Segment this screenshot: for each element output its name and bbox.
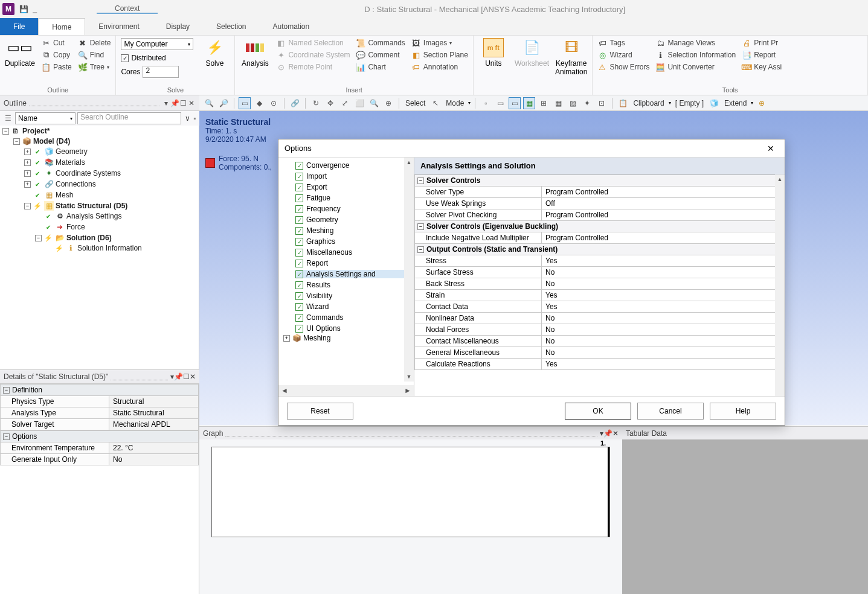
tabular-panel[interactable]: [622, 439, 868, 594]
close-icon[interactable]: ✕: [187, 99, 196, 107]
tree-materials[interactable]: Materials: [56, 158, 85, 167]
collapse-icon[interactable]: −: [417, 223, 424, 230]
options-tree-item[interactable]: ✓Miscellaneous: [295, 248, 414, 257]
vertical-scrollbar[interactable]: ▲: [775, 174, 785, 396]
outline-search-dropdown-icon[interactable]: ∨: [183, 113, 191, 124]
expand-icon[interactable]: +: [24, 170, 31, 177]
options-tree-item[interactable]: ✓Wizard: [295, 302, 414, 311]
options-value[interactable]: No: [542, 336, 784, 346]
pin-icon[interactable]: 📌: [603, 429, 612, 438]
tree-project[interactable]: Project*: [22, 127, 50, 135]
options-row[interactable]: General MiscellaneousNo: [414, 347, 785, 359]
maximize-icon[interactable]: ☐: [183, 372, 190, 381]
environment-tab[interactable]: Environment: [85, 18, 152, 35]
scroll-up-icon[interactable]: ▲: [404, 158, 414, 167]
options-tree-item[interactable]: ✓Results: [295, 281, 414, 289]
compute-target-combo[interactable]: My Computer▾: [121, 38, 193, 50]
automation-tab[interactable]: Automation: [259, 18, 323, 35]
chart-button[interactable]: 📊Chart: [356, 62, 405, 72]
details-row[interactable]: Environment Temperature22. °C: [0, 442, 199, 454]
options-tree-group-meshing[interactable]: +📦Meshing: [278, 334, 414, 342]
cores-value[interactable]: 2: [143, 66, 179, 78]
mode-label[interactable]: Mode: [444, 99, 466, 107]
details-value[interactable]: Static Structural: [109, 407, 198, 418]
zoom-icon[interactable]: 🔍: [368, 97, 380, 109]
details-value[interactable]: Mechanical APDL: [109, 419, 198, 430]
section-plane-button[interactable]: ◧Section Plane: [411, 50, 468, 60]
file-tab[interactable]: File: [0, 18, 38, 35]
options-value[interactable]: Program Controlled: [542, 232, 784, 243]
clipboard-label[interactable]: Clipboard: [631, 99, 666, 107]
options-tree-item[interactable]: ✓Report: [295, 259, 414, 267]
collapse-icon[interactable]: −: [3, 387, 10, 394]
options-value[interactable]: No: [542, 324, 784, 335]
home-tab[interactable]: Home: [38, 18, 85, 35]
options-tree-item[interactable]: ✓UI Options: [295, 324, 414, 333]
sf-coord-icon[interactable]: ✦: [581, 97, 593, 109]
options-row[interactable]: StressYes: [414, 255, 785, 267]
options-value[interactable]: No: [542, 313, 784, 324]
clipboard-icon[interactable]: 📋: [617, 97, 629, 109]
sf-extra-icon[interactable]: ⊡: [596, 97, 608, 109]
paste-button[interactable]: 📋Paste: [41, 62, 72, 72]
outline-tree[interactable]: −🗎Project* −📦Model (D4) +🧊Geometry +📚Mat…: [0, 126, 199, 369]
scroll-left-icon[interactable]: ◄: [281, 386, 288, 395]
vertical-scrollbar[interactable]: ▲▼: [404, 158, 414, 382]
options-row[interactable]: Include Negative Load MultiplierProgram …: [414, 232, 785, 244]
distributed-checkbox[interactable]: ✓Distributed: [121, 54, 193, 62]
zoom-fit-icon[interactable]: ⤢: [339, 97, 351, 109]
options-tree-item[interactable]: ✓Meshing: [295, 226, 414, 235]
ok-button[interactable]: OK: [565, 403, 631, 420]
delete-button[interactable]: ✖Delete: [78, 38, 111, 48]
options-row[interactable]: Solver Pivot CheckingProgram Controlled: [414, 209, 785, 221]
pin-icon[interactable]: 📌: [170, 99, 179, 107]
options-category[interactable]: −Output Controls (Static and Transient): [414, 244, 785, 255]
options-row[interactable]: Calculate ReactionsYes: [414, 359, 785, 370]
zoom-window-icon[interactable]: ⬜: [353, 97, 365, 109]
select-box-icon[interactable]: ▭: [239, 97, 251, 109]
zoom-in-icon[interactable]: 🔍: [203, 97, 215, 109]
options-value[interactable]: Yes: [542, 290, 784, 301]
details-row[interactable]: Analysis TypeStatic Structural: [0, 407, 199, 419]
options-tree-item[interactable]: ✓Analysis Settings and: [295, 270, 414, 278]
zoom-out-icon[interactable]: 🔎: [217, 97, 230, 109]
options-value[interactable]: Yes: [542, 255, 784, 266]
options-tree-item[interactable]: ✓Convergence: [295, 161, 414, 170]
key-assignments-button[interactable]: ⌨Key Assi: [742, 62, 782, 72]
commands-button[interactable]: 📜Commands: [356, 38, 405, 48]
help-button[interactable]: Help: [710, 403, 776, 420]
close-icon[interactable]: ✕: [612, 429, 619, 438]
qat-dropdown-icon[interactable]: ⎯: [33, 2, 36, 16]
tree-mesh[interactable]: Mesh: [56, 191, 73, 199]
tree-geometry[interactable]: Geometry: [56, 147, 88, 156]
details-category-options[interactable]: −Options: [0, 430, 199, 442]
scroll-down-icon[interactable]: ▼: [404, 372, 414, 382]
annotation-button[interactable]: 🏷Annotation: [411, 62, 468, 72]
unit-converter-button[interactable]: 🧮Unit Converter: [655, 62, 736, 72]
tree-model[interactable]: Model (D4): [33, 137, 70, 145]
options-row[interactable]: Solver TypeProgram Controlled: [414, 187, 785, 198]
expand-icon[interactable]: −: [35, 235, 42, 241]
tree-button[interactable]: 🌿Tree▾: [78, 62, 111, 72]
options-value[interactable]: No: [542, 347, 784, 358]
details-row[interactable]: Generate Input OnlyNo: [0, 454, 199, 465]
options-value[interactable]: Off: [542, 198, 784, 209]
maximize-icon[interactable]: ☐: [179, 99, 187, 107]
sf-edge-icon[interactable]: ▭: [494, 97, 506, 109]
details-row[interactable]: Solver TargetMechanical APDL: [0, 419, 199, 430]
expand-icon[interactable]: +: [283, 335, 290, 342]
selection-info-button[interactable]: ℹSelection Information: [655, 50, 736, 60]
options-row[interactable]: StrainYes: [414, 290, 785, 301]
options-value[interactable]: Yes: [542, 301, 784, 312]
images-button[interactable]: 🖼Images▾: [411, 38, 468, 48]
dialog-close-icon[interactable]: ✕: [763, 142, 779, 155]
close-icon[interactable]: ✕: [190, 372, 196, 381]
options-tree-item[interactable]: ✓Export: [295, 183, 414, 191]
details-category-definition[interactable]: −Definition: [0, 384, 199, 396]
rotate-icon[interactable]: ↻: [310, 97, 322, 109]
details-value[interactable]: Structural: [109, 396, 198, 407]
expand-icon[interactable]: −: [2, 128, 9, 135]
pin-icon[interactable]: 📌: [174, 372, 183, 381]
analysis-button[interactable]: Analysis: [240, 38, 270, 68]
options-value[interactable]: No: [542, 278, 784, 289]
